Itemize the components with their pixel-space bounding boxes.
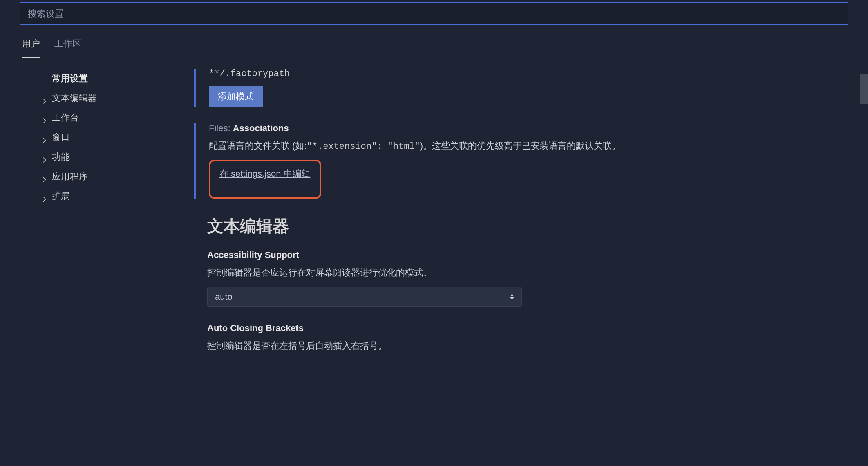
chevron-right-icon	[43, 194, 48, 199]
setting-description: 配置语言的文件关联 (如:"*.extension": "html")。这些关联…	[209, 139, 848, 154]
chevron-right-icon	[43, 174, 48, 179]
chevron-right-icon	[43, 115, 48, 120]
sidebar-item-label: 窗口	[52, 131, 70, 143]
accessibility-support-select[interactable]: auto	[207, 287, 522, 307]
setting-label: Accessibility Support	[207, 250, 848, 260]
setting-accessibility-support: Accessibility Support 控制编辑器是否应运行在对屏幕阅读器进…	[194, 250, 848, 307]
scrollbar-thumb[interactable]	[860, 74, 868, 104]
edit-link-highlight: 在 settings.json 中编辑	[209, 160, 321, 199]
add-pattern-button[interactable]: 添加模式	[209, 86, 263, 107]
chevron-right-icon	[43, 155, 48, 159]
sidebar-item-label: 功能	[52, 151, 70, 163]
select-arrows-icon	[510, 294, 514, 300]
sidebar-item-text-editor[interactable]: 文本编辑器	[43, 88, 194, 108]
setting-files-exclude: **/.factorypath 添加模式	[194, 69, 848, 107]
sidebar-item-workbench[interactable]: 工作台	[43, 108, 194, 128]
sidebar-item-features[interactable]: 功能	[43, 147, 194, 167]
tab-workspace[interactable]: 工作区	[54, 38, 81, 58]
setting-auto-closing-brackets: Auto Closing Brackets 控制编辑器是否在左括号后自动插入右括…	[194, 323, 848, 353]
settings-main-content: **/.factorypath 添加模式 Files: Associations…	[194, 69, 868, 461]
sidebar-item-window[interactable]: 窗口	[43, 128, 194, 147]
section-heading-text-editor: 文本编辑器	[207, 215, 848, 237]
setting-title: Files: Associations	[209, 123, 848, 134]
setting-label: Auto Closing Brackets	[207, 323, 848, 334]
sidebar-item-label: 工作台	[52, 112, 79, 124]
sidebar-item-label: 扩展	[52, 190, 70, 202]
exclude-pattern-value: **/.factorypath	[209, 69, 848, 79]
settings-tabs: 用户 工作区	[0, 27, 868, 58]
setting-description: 控制编辑器是否在左括号后自动插入右括号。	[207, 338, 848, 353]
sidebar-item-label: 文本编辑器	[52, 92, 97, 104]
edit-in-settings-json-link[interactable]: 在 settings.json 中编辑	[219, 168, 311, 179]
chevron-right-icon	[43, 135, 48, 140]
sidebar-common-settings[interactable]: 常用设置	[43, 69, 194, 88]
setting-title-name: Associations	[233, 123, 289, 133]
chevron-right-icon	[43, 96, 48, 101]
tab-user[interactable]: 用户	[22, 38, 40, 58]
setting-description: 控制编辑器是否应运行在对屏幕阅读器进行优化的模式。	[207, 265, 848, 280]
sidebar-item-extensions[interactable]: 扩展	[43, 186, 194, 206]
sidebar-item-application[interactable]: 应用程序	[43, 167, 194, 186]
setting-title-prefix: Files:	[209, 123, 230, 133]
sidebar-item-label: 应用程序	[52, 170, 88, 183]
select-value: auto	[215, 291, 233, 302]
settings-sidebar: 常用设置 文本编辑器 工作台 窗口 功能	[0, 69, 194, 461]
setting-files-associations: Files: Associations 配置语言的文件关联 (如:"*.exte…	[194, 123, 848, 199]
search-settings-input[interactable]	[20, 2, 848, 25]
